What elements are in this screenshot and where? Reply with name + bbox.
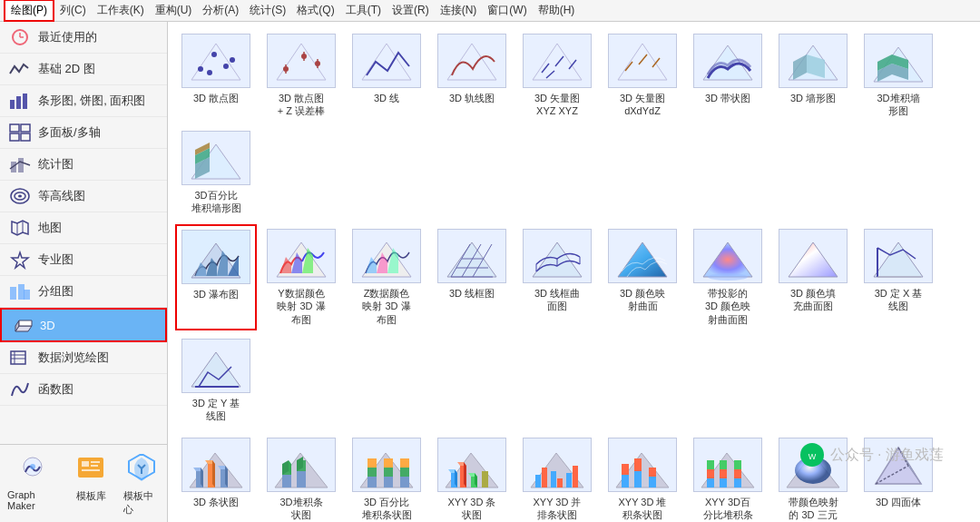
chart-3d-waterfall[interactable]: 3D 瀑布图 bbox=[175, 224, 257, 330]
chart-xyy-3d-pct[interactable]: XYY 3D百分比堆积条状图 bbox=[687, 433, 769, 522]
template-icon bbox=[73, 454, 109, 487]
sidebar-label-func: 函数图 bbox=[38, 381, 74, 398]
chart-3d-wall[interactable]: 3D 墙形图 bbox=[772, 29, 854, 123]
svg-rect-121 bbox=[297, 471, 306, 488]
chart-3d-base-x[interactable]: 3D 定 X 基线图 bbox=[858, 224, 939, 330]
chart-row-1: 3D 散点图 3D 散点图+ Z 误差棒 3D 线 bbox=[175, 29, 973, 219]
sidebar-item-contour[interactable]: 等高线图 bbox=[0, 181, 167, 212]
menu-stats[interactable]: 统计(S) bbox=[244, 1, 291, 20]
svg-marker-97 bbox=[703, 242, 752, 277]
chart-label-xyy-3d-pct: XYY 3D百分比堆积条状图 bbox=[703, 496, 753, 522]
svg-marker-96 bbox=[618, 242, 667, 277]
chart-3d-waterfall-y[interactable]: Y数据颜色映射 3D 瀑布图 bbox=[260, 224, 342, 330]
chart-thumb-3d-wall bbox=[779, 34, 848, 88]
sidebar-item-stat[interactable]: 统计图 bbox=[0, 149, 167, 181]
chart-3d-pct-wall[interactable]: 3D百分比堆积墙形图 bbox=[175, 126, 257, 220]
chart-label-3d-colormap: 3D 颜色映射曲面 bbox=[620, 287, 665, 313]
chart-row-2: 3D 瀑布图 Y数据颜色映射 3D 瀑布图 bbox=[175, 224, 973, 427]
browse-icon bbox=[7, 347, 33, 369]
sidebar-label-bar: 条形图, 饼图, 面积图 bbox=[38, 93, 145, 109]
svg-point-38 bbox=[223, 64, 229, 69]
chart-3d-trajectory[interactable]: 3D 轨线图 bbox=[431, 29, 513, 123]
chart-xyy-3d-side[interactable]: XYY 3D 并排条状图 bbox=[516, 433, 598, 522]
chart-3d-colorfill[interactable]: 3D 颜色填充曲面图 bbox=[772, 224, 854, 330]
chart-label-3d-base-y: 3D 定 Y 基线图 bbox=[192, 397, 240, 423]
menu-worksheet[interactable]: 工作表(K) bbox=[92, 1, 150, 20]
svg-rect-34 bbox=[82, 469, 100, 471]
menu-help[interactable]: 帮助(H) bbox=[533, 1, 581, 20]
menu-format[interactable]: 格式(Q) bbox=[291, 1, 339, 20]
svg-point-29 bbox=[30, 464, 35, 469]
sidebar-item-browse[interactable]: 数据浏览绘图 bbox=[0, 342, 167, 374]
special-icon bbox=[7, 249, 33, 271]
chart-3d-base-y[interactable]: 3D 定 Y 基线图 bbox=[175, 334, 257, 428]
svg-rect-5 bbox=[23, 94, 27, 109]
sidebar-item-recent[interactable]: 最近使用的 bbox=[0, 22, 167, 54]
menu-analysis[interactable]: 分析(A) bbox=[197, 1, 244, 20]
chart-3d-wireframe-surface[interactable]: 3D 线框曲面图 bbox=[516, 224, 598, 330]
chart-thumb-3d-wireframe bbox=[437, 229, 506, 283]
chart-label-3d-wireframe: 3D 线框图 bbox=[449, 287, 495, 300]
graphmaker-button[interactable]: Graph Maker bbox=[0, 452, 65, 518]
svg-rect-161 bbox=[707, 478, 714, 488]
chart-3d-vector-xyz[interactable]: 3D 矢量图XYZ XYZ bbox=[516, 29, 598, 123]
chart-3d-colormap[interactable]: 3D 颜色映射曲面 bbox=[602, 224, 683, 330]
menu-plot[interactable]: 绘图(P) bbox=[4, 0, 54, 22]
chart-thumb-3d-colormap bbox=[608, 229, 677, 283]
menu-window[interactable]: 窗口(W) bbox=[482, 1, 532, 20]
chart-3d-line[interactable]: 3D 线 bbox=[346, 29, 427, 123]
svg-rect-167 bbox=[734, 478, 741, 488]
menu-restructure[interactable]: 重构(U) bbox=[150, 1, 198, 20]
chart-3d-waterfall-z[interactable]: Z数据颜色映射 3D 瀑布图 bbox=[346, 224, 427, 330]
chart-3d-projected[interactable]: 带投影的3D 颜色映射曲面图 bbox=[687, 224, 769, 330]
svg-rect-156 bbox=[634, 471, 642, 488]
chart-3d-pct-bar[interactable]: 3D 百分比堆积条状图 bbox=[346, 433, 427, 522]
chart-xyy-3d-stack[interactable]: XYY 3D 堆积条状图 bbox=[602, 433, 683, 522]
sidebar-item-basic2d[interactable]: 基础 2D 图 bbox=[0, 54, 167, 85]
chart-thumb-3d-ribbon bbox=[693, 34, 762, 88]
sidebar-item-func[interactable]: 函数图 bbox=[0, 374, 167, 406]
chart-3d-ribbon[interactable]: 3D 带状图 bbox=[687, 29, 769, 123]
chart-xyy-3d-bar[interactable]: XYY 3D 条状图 bbox=[431, 433, 513, 522]
chart-label-3d-pct-bar: 3D 百分比堆积条状图 bbox=[362, 496, 412, 522]
templatecenter-icon bbox=[123, 454, 160, 487]
chart-thumb-3d-projected bbox=[693, 229, 762, 283]
chart-3d-scatter-z[interactable]: 3D 散点图+ Z 误差棒 bbox=[260, 29, 342, 123]
sidebar-item-multi[interactable]: 多面板/多轴 bbox=[0, 117, 167, 149]
svg-rect-4 bbox=[16, 96, 21, 109]
chart-3d-vector-dxdydz[interactable]: 3D 矢量图dXdYdZ bbox=[602, 29, 683, 123]
chart-3d-stack-bar[interactable]: 3D堆积条状图 bbox=[260, 433, 342, 522]
menu-settings[interactable]: 设置(R) bbox=[387, 1, 435, 20]
svg-point-14 bbox=[18, 195, 22, 198]
chart-label-3d-pct-wall: 3D百分比堆积墙形图 bbox=[191, 189, 241, 215]
sidebar-item-map[interactable]: 地图 bbox=[0, 212, 167, 244]
menu-column[interactable]: 列(C) bbox=[54, 1, 92, 20]
chart-label-3d-stack-bar: 3D堆积条状图 bbox=[279, 496, 322, 522]
watermark: W 公众号 · 游鱼戏莲 bbox=[799, 442, 944, 468]
chart-thumb-xyy-3d-bar bbox=[437, 438, 506, 492]
chart-3d-stack-wall[interactable]: 3D堆积墙形图 bbox=[858, 29, 939, 123]
chart-thumb-3d-wireframe-surface bbox=[523, 229, 592, 283]
chart-3d-wireframe[interactable]: 3D 线框图 bbox=[431, 224, 513, 330]
svg-rect-158 bbox=[649, 477, 656, 488]
svg-rect-151 bbox=[566, 473, 572, 488]
chart-3d-scatter[interactable]: 3D 散点图 bbox=[175, 29, 257, 123]
sidebar-item-special[interactable]: 专业图 bbox=[0, 244, 167, 276]
svg-rect-159 bbox=[649, 468, 656, 477]
chart-label-3d-trajectory: 3D 轨线图 bbox=[449, 92, 495, 104]
chart-thumb-3d-base-y bbox=[181, 339, 250, 393]
graphmaker-icon bbox=[15, 454, 51, 487]
templatecenter-button[interactable]: 模板中心 bbox=[116, 452, 167, 518]
svg-marker-55 bbox=[618, 44, 667, 80]
svg-rect-7 bbox=[21, 124, 30, 132]
sidebar-item-group[interactable]: 分组图 bbox=[0, 276, 167, 308]
sidebar-item-bar[interactable]: 条形图, 饼图, 面积图 bbox=[0, 85, 167, 117]
sidebar-item-3d[interactable]: 3D bbox=[0, 308, 167, 342]
wave-icon bbox=[7, 58, 33, 80]
svg-rect-150 bbox=[557, 478, 563, 488]
menu-connect[interactable]: 连接(N) bbox=[435, 1, 483, 20]
chart-3d-bar[interactable]: 3D 条状图 bbox=[175, 433, 257, 522]
menu-tools[interactable]: 工具(T) bbox=[340, 1, 387, 20]
chart-label-3d-projected: 带投影的3D 颜色映射曲面图 bbox=[705, 287, 750, 326]
template-button[interactable]: 模板库 bbox=[65, 452, 116, 518]
